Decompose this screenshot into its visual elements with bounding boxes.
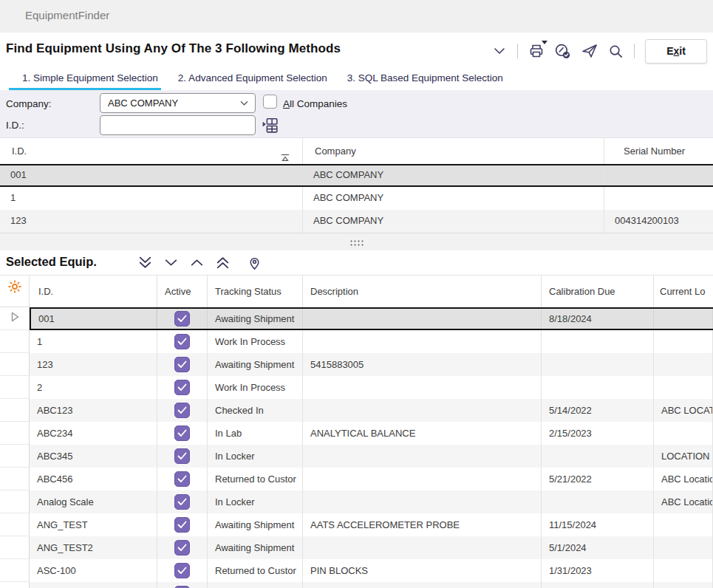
active-checkbox[interactable] bbox=[174, 403, 190, 418]
tab-advanced-equipment-selection[interactable]: 2. Advanced Equipment Selection bbox=[178, 68, 327, 90]
equip-cell-active[interactable] bbox=[157, 309, 208, 329]
active-checkbox[interactable] bbox=[174, 540, 190, 555]
equip-cell-cal-due[interactable] bbox=[542, 490, 654, 513]
equip-cell-status[interactable]: Awaiting Shipment bbox=[208, 353, 303, 376]
equip-row[interactable]: 1Work In Process bbox=[0, 330, 713, 353]
results-row[interactable]: 001ABC COMPANY bbox=[0, 164, 713, 187]
exit-button[interactable]: Exit bbox=[645, 39, 707, 64]
equip-row[interactable]: 001Awaiting Shipment8/18/2024 bbox=[0, 307, 713, 330]
row-header-cell[interactable] bbox=[0, 399, 30, 422]
equip-cell-active[interactable] bbox=[157, 422, 208, 445]
chevron-up-icon[interactable] bbox=[188, 253, 206, 272]
row-header-cell[interactable] bbox=[0, 490, 30, 513]
send-icon[interactable] bbox=[579, 41, 599, 61]
equip-cell-location[interactable] bbox=[654, 422, 713, 445]
equip-cell-active[interactable] bbox=[157, 490, 208, 513]
equip-row[interactable]: ABC123Checked In5/14/2022ABC LOCAT bbox=[0, 399, 713, 422]
results-cell-id[interactable]: 123 bbox=[0, 210, 303, 233]
column-header-id[interactable]: I.D. bbox=[30, 276, 157, 307]
row-header-cell[interactable] bbox=[0, 513, 30, 536]
report-check-icon[interactable] bbox=[553, 41, 573, 61]
results-cell-company[interactable]: ABC COMPANY bbox=[303, 165, 604, 185]
equip-cell-id[interactable]: ANG_TEST bbox=[30, 513, 157, 536]
results-cell-id[interactable]: 1 bbox=[0, 187, 303, 210]
id-input[interactable] bbox=[100, 115, 256, 135]
equip-cell-location[interactable] bbox=[654, 513, 713, 536]
equip-cell-cal-due[interactable] bbox=[542, 376, 654, 399]
equip-cell-description[interactable]: AATS ACCELEROMETER PROBE bbox=[303, 513, 542, 536]
equip-cell-id[interactable]: Analog Scale bbox=[30, 490, 157, 513]
double-chevron-up-icon[interactable] bbox=[214, 253, 232, 272]
chevron-down-icon[interactable] bbox=[489, 41, 509, 61]
equip-cell-id[interactable]: ANG_TEST2 bbox=[30, 536, 157, 559]
equip-cell-cal-due[interactable]: 2/15/2023 bbox=[542, 422, 654, 445]
active-checkbox[interactable] bbox=[174, 448, 190, 464]
print-icon[interactable] bbox=[526, 41, 546, 61]
active-checkbox[interactable] bbox=[174, 471, 190, 487]
equip-cell-location[interactable] bbox=[654, 376, 713, 399]
row-header-cell[interactable] bbox=[0, 376, 30, 399]
equip-cell-id[interactable]: ABC234 bbox=[30, 422, 157, 445]
equip-cell-cal-due[interactable]: 1/31/2023 bbox=[542, 559, 654, 582]
equip-cell-status[interactable]: Awaiting Shipment bbox=[208, 536, 303, 559]
equip-cell-status[interactable]: Returned to Custor bbox=[208, 468, 303, 490]
equip-cell-location[interactable] bbox=[654, 353, 713, 376]
equip-cell-status[interactable]: Work In Process bbox=[208, 330, 303, 353]
active-checkbox[interactable] bbox=[174, 357, 190, 372]
column-header-calibration-due[interactable]: Calibration Due bbox=[542, 276, 654, 307]
equip-cell-cal-due[interactable]: 5/21/2022 bbox=[542, 468, 654, 490]
equip-cell-description[interactable]: ANALYTICAL BALANCE bbox=[303, 422, 542, 445]
equip-cell-location[interactable] bbox=[654, 536, 713, 559]
print-options-caret-icon[interactable] bbox=[542, 41, 547, 44]
equip-cell-description[interactable] bbox=[303, 536, 542, 559]
equip-row[interactable]: 123Awaiting Shipment5415883005 bbox=[0, 353, 713, 376]
double-chevron-down-icon[interactable] bbox=[136, 253, 154, 272]
equip-cell-status[interactable]: In Locker bbox=[208, 445, 303, 468]
equip-cell-description[interactable] bbox=[303, 309, 542, 329]
equip-cell-active[interactable] bbox=[157, 559, 208, 582]
equip-cell-active[interactable] bbox=[157, 399, 208, 422]
equip-cell-status[interactable]: Checked In bbox=[208, 399, 303, 422]
active-checkbox[interactable] bbox=[174, 380, 190, 395]
equip-cell-location[interactable] bbox=[654, 309, 713, 329]
equip-cell-description[interactable] bbox=[303, 399, 542, 422]
row-header-cell[interactable] bbox=[0, 468, 30, 490]
results-cell-id[interactable]: 001 bbox=[0, 165, 303, 185]
equip-cell-status[interactable]: Work In Process bbox=[208, 376, 303, 399]
active-checkbox[interactable] bbox=[174, 311, 190, 327]
table-lookup-icon[interactable] bbox=[260, 115, 280, 135]
equip-cell-id[interactable]: 1 bbox=[30, 330, 157, 353]
column-header-active[interactable]: Active bbox=[157, 276, 208, 307]
equip-cell-location[interactable]: ABC Locatic bbox=[654, 468, 713, 490]
equip-cell-active[interactable] bbox=[157, 536, 208, 559]
equip-cell-description[interactable] bbox=[303, 490, 542, 513]
equip-cell-cal-due[interactable] bbox=[542, 330, 654, 353]
column-header-company[interactable]: Company bbox=[303, 138, 604, 164]
equip-cell-description[interactable] bbox=[303, 330, 542, 353]
equip-cell-location[interactable]: ABC Locatic bbox=[654, 490, 713, 513]
equip-cell-cal-due[interactable]: 5/1/2024 bbox=[542, 536, 654, 559]
equip-cell-cal-due[interactable]: 8/18/2024 bbox=[542, 309, 654, 329]
results-cell-serial[interactable]: 004314200103 bbox=[604, 210, 713, 233]
column-header-description[interactable]: Description bbox=[303, 276, 542, 307]
equip-cell-status[interactable]: In Locker bbox=[208, 490, 303, 513]
equip-cell-id[interactable]: ABC345 bbox=[30, 445, 157, 468]
results-cell-company[interactable]: ABC COMPANY bbox=[303, 210, 604, 233]
results-row[interactable]: 123ABC COMPANY004314200103 bbox=[0, 210, 713, 233]
equip-cell-active[interactable] bbox=[157, 468, 208, 490]
column-header-id[interactable]: I.D. bbox=[0, 138, 303, 164]
row-header-cell[interactable] bbox=[0, 559, 30, 582]
equip-row[interactable]: ABC345In LockerLOCATION bbox=[0, 445, 713, 468]
results-cell-company[interactable]: ABC COMPANY bbox=[303, 187, 604, 210]
chevron-down-icon[interactable] bbox=[162, 253, 180, 272]
equip-cell-description[interactable]: 5415883005 bbox=[303, 353, 542, 376]
active-checkbox[interactable] bbox=[174, 334, 190, 349]
equip-row[interactable]: Analog ScaleIn LockerABC Locatic bbox=[0, 490, 713, 513]
splitter[interactable] bbox=[0, 233, 713, 250]
equip-cell-location[interactable] bbox=[654, 330, 713, 353]
column-header-serial-number[interactable]: Serial Number bbox=[604, 138, 713, 164]
active-checkbox[interactable] bbox=[174, 517, 190, 533]
results-cell-serial[interactable] bbox=[604, 187, 713, 210]
row-header-cell[interactable] bbox=[0, 353, 30, 376]
equip-cell-active[interactable] bbox=[157, 353, 208, 376]
